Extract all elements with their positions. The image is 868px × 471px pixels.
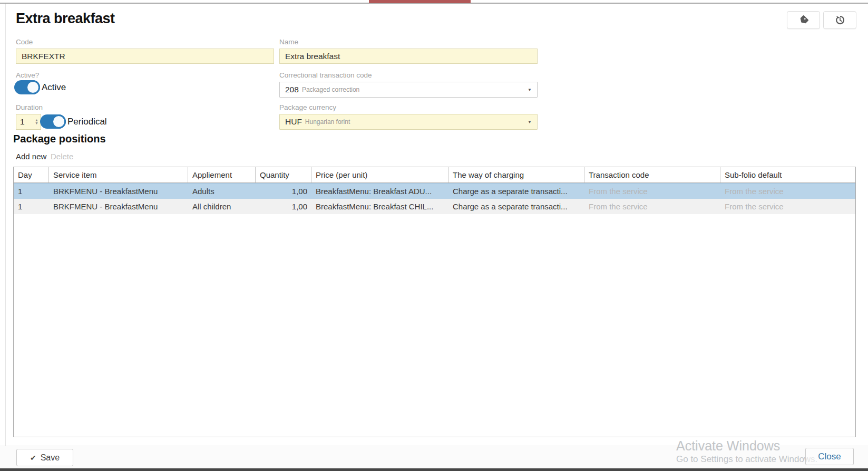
cell-appliement: All children [188,199,256,214]
currency-value: HUF [285,117,302,127]
activate-windows-watermark-sub: Go to Settings to activate Windows. [676,454,817,465]
col-header-day[interactable]: Day [14,167,49,182]
add-new-link[interactable]: Add new [16,152,46,161]
cell-charging: Charge as a separate transacti... [448,199,584,214]
currency-value-desc: Hungarian forint [305,118,350,126]
correctional-value: 208 [285,85,299,94]
currency-select[interactable]: HUF Hungarian forint ▼ [279,114,538,130]
cell-charging: Charge as a separate transacti... [448,184,584,199]
duration-value: 1 [16,117,35,127]
chevron-down-icon: ▼ [528,120,532,124]
activate-windows-watermark: Activate Windows [676,438,780,454]
correctional-value-desc: Packaged correction [302,86,359,93]
cell-transaction-code: From the service [584,199,720,214]
cell-price: BreakfastMenu: Breakfast CHIL... [311,199,448,214]
save-button-label: Save [41,453,60,463]
duration-stepper[interactable]: 1 ▲ ▼ [16,114,41,130]
package-editor-page: Extra breakfast Code Name Active? Acti [0,0,868,471]
correctional-label: Correctional transaction code [279,71,372,79]
col-header-service-item[interactable]: Service item [49,167,188,182]
cell-day: 1 [14,184,49,199]
periodical-toggle-knob [52,114,66,129]
table-header-row: Day Service item Appliement Quantity Pri… [14,167,855,183]
col-header-subfolio-default[interactable]: Sub-folio default [720,167,855,182]
cell-transaction-code: From the service [584,184,720,199]
table-row[interactable]: 1 BRKFMENU - BreakfastMenu All children … [14,199,855,214]
check-icon: ✔ [30,454,36,462]
cell-subfolio: From the service [720,199,855,214]
chevron-down-icon: ▼ [528,88,532,92]
active-toggle-label: Active [42,82,66,93]
col-header-quantity[interactable]: Quantity [256,167,311,182]
cell-service-item: BRKFMENU - BreakfastMenu [49,199,188,214]
correctional-select[interactable]: 208 Packaged correction ▼ [279,82,538,98]
cell-quantity: 1,00 [256,199,311,214]
table-row[interactable]: 1 BRKFMENU - BreakfastMenu Adults 1,00 B… [14,183,855,199]
stepper-down-icon[interactable]: ▼ [35,122,38,125]
cell-subfolio: From the service [720,184,855,199]
col-header-way-of-charging[interactable]: The way of charging [448,167,584,182]
name-input[interactable] [279,49,538,64]
panel-left-edge [5,4,6,446]
code-input[interactable] [16,49,274,64]
cell-appliement: Adults [188,184,256,199]
bottom-edge-bar [0,468,868,471]
delete-link[interactable]: Delete [51,152,73,161]
close-button[interactable]: Close [805,448,854,465]
name-label: Name [279,38,298,46]
duration-label: Duration [16,103,43,111]
cell-day: 1 [14,199,49,214]
active-label: Active? [16,71,39,79]
tags-button[interactable] [787,11,820,29]
cell-service-item: BRKFMENU - BreakfastMenu [49,184,188,199]
code-label: Code [16,38,33,46]
col-header-transaction-code[interactable]: Transaction code [584,167,720,182]
active-toggle[interactable] [14,80,40,94]
package-positions-title: Package positions [13,133,106,145]
history-icon [835,15,845,25]
progress-bar [369,0,471,3]
periodical-toggle-label: Periodical [67,117,107,127]
tag-icon [798,15,809,25]
col-header-appliement[interactable]: Appliement [188,167,256,182]
active-toggle-knob [26,80,40,94]
periodical-toggle[interactable] [40,114,66,129]
col-header-price[interactable]: Price (per unit) [311,167,448,182]
cell-quantity: 1,00 [256,184,311,199]
history-button[interactable] [823,11,856,29]
cell-price: BreakfastMenu: Breakfast ADU... [311,184,448,199]
currency-label: Package currency [279,103,336,111]
positions-table: Day Service item Appliement Quantity Pri… [13,167,856,437]
save-button[interactable]: ✔ Save [16,449,73,466]
close-button-label: Close [818,451,841,462]
page-title: Extra breakfast [16,11,115,27]
